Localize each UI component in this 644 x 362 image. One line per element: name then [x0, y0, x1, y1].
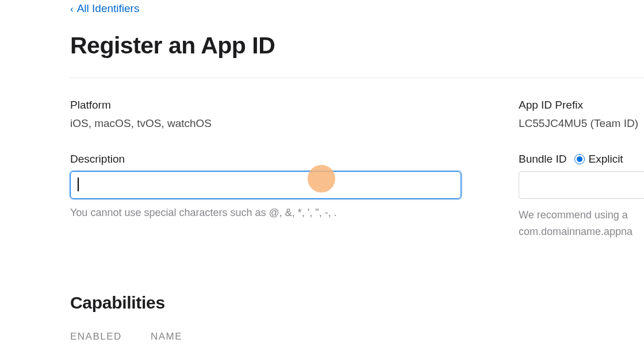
bundle-id-input[interactable]	[519, 171, 644, 199]
app-id-prefix-label: App ID Prefix	[519, 99, 644, 111]
col-header-name: NAME	[151, 331, 644, 342]
description-label: Description	[70, 153, 519, 165]
radio-icon	[574, 154, 585, 164]
back-all-identifiers-link[interactable]: ‹ All Identifiers	[70, 2, 139, 15]
text-caret	[78, 178, 79, 191]
description-input[interactable]	[70, 171, 461, 199]
capabilities-title: Capabilities	[70, 293, 644, 313]
capabilities-header-row: ENABLED NAME	[70, 331, 644, 342]
description-helper: You cannot use special characters such a…	[70, 207, 519, 219]
page-title: Register an App ID	[70, 32, 644, 59]
app-id-prefix-value: LC55JC4MU5 (Team ID)	[519, 117, 644, 130]
bundle-helper-line1: We recommend using a	[519, 209, 628, 221]
bundle-id-label: Bundle ID	[519, 153, 566, 165]
platform-value: iOS, macOS, tvOS, watchOS	[70, 117, 519, 130]
bundle-explicit-label: Explicit	[588, 153, 623, 165]
bundle-helper-line2: com.domainname.appna	[519, 226, 632, 237]
back-link-label: All Identifiers	[77, 2, 140, 15]
bundle-explicit-radio[interactable]: Explicit	[574, 153, 623, 165]
chevron-left-icon: ‹	[70, 4, 74, 14]
title-divider	[70, 78, 644, 78]
col-header-enabled: ENABLED	[70, 331, 151, 342]
platform-label: Platform	[70, 99, 519, 111]
